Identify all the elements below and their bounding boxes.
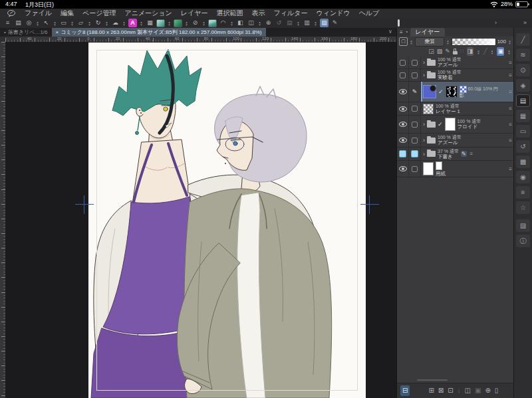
edit-state-cell[interactable] <box>409 148 421 160</box>
layer-row-layer1[interactable]: 100 % 通常 レイヤー 1 ≡ <box>397 102 514 116</box>
frame-border-icon[interactable]: ▭ <box>59 19 68 27</box>
blend-mode-select[interactable]: 乗算 <box>415 37 444 47</box>
spinner-chevrons[interactable] <box>87 21 92 26</box>
menu-filter[interactable]: フィルター <box>274 9 308 18</box>
opacity-slider[interactable] <box>452 38 496 46</box>
palette-menu-icon[interactable]: ≡ <box>400 29 403 35</box>
layers-icon[interactable]: ▤ <box>285 19 294 27</box>
spinner-chevrons[interactable] <box>53 21 57 26</box>
dock-navigator-icon[interactable]: ▭ <box>516 125 530 138</box>
row-menu-icon[interactable]: ≡ <box>509 122 512 128</box>
flip-icon[interactable]: ◧ <box>236 19 245 27</box>
new-layer-icon[interactable]: ⊞ <box>428 385 434 396</box>
new-window-icon[interactable]: ▤ <box>14 19 23 27</box>
spinner-chevrons[interactable] <box>476 49 481 54</box>
layer-thumbnail[interactable] <box>445 118 456 131</box>
spinner-chevrons[interactable] <box>489 49 494 54</box>
dock-history-icon[interactable]: ↺ <box>516 140 530 153</box>
material-bag-icon[interactable]: ▱ <box>76 19 85 27</box>
dock-magnifier-icon[interactable]: ⊙ <box>516 64 530 76</box>
layer-row-azure2-folder[interactable]: › 100 % 通常 アズール ≡ <box>397 134 514 148</box>
clip-to-layer-icon[interactable]: ◲ <box>428 47 434 56</box>
rotate-canvas-icon[interactable]: ↺ <box>275 19 283 27</box>
edit-state-cell[interactable]: ✎ <box>409 82 421 102</box>
expand-arrow-icon[interactable]: › <box>423 72 425 78</box>
cloud-icon[interactable]: ☁ <box>111 19 120 27</box>
menu-selection[interactable]: 選択範囲 <box>217 9 243 18</box>
merge-down-icon[interactable]: ▣ <box>475 385 481 396</box>
object-tool-icon[interactable]: ↖ <box>42 19 51 27</box>
lock-alpha-icon[interactable]: ▨ <box>437 47 443 56</box>
layer-search-icon[interactable]: ▥ <box>303 19 311 27</box>
canvas-collapse-chevron-icon[interactable]: ∨ <box>388 29 392 35</box>
document-tab-active[interactable]: × コミック8 (188.00 x 263.00mm 製本サイズ:B5判 182… <box>52 28 266 37</box>
duplicate-layer-icon[interactable]: ◫ <box>465 385 471 396</box>
delete-layer-icon[interactable]: ▯ <box>495 385 499 396</box>
edit-state-cell[interactable] <box>409 102 421 115</box>
visibility-toggle[interactable] <box>397 148 409 160</box>
clip-studio-logo-icon[interactable] <box>7 9 16 17</box>
new-tone-layer-icon[interactable]: ⊠ <box>438 385 444 396</box>
dock-color-set-icon[interactable]: ▩ <box>516 155 530 168</box>
spinner-chevrons[interactable] <box>201 21 206 26</box>
layer-row-draft-folder[interactable]: › 37 % 通常 下書き ✎ ≡ <box>397 148 514 161</box>
edit-state-cell[interactable] <box>409 161 421 177</box>
visibility-toggle[interactable] <box>397 69 409 81</box>
layer-color-icon[interactable]: ▢ <box>399 37 408 46</box>
layer-list-scrollbar[interactable] <box>417 379 448 381</box>
no-draw-icon[interactable]: ⊘ <box>191 19 200 27</box>
expand-arrow-icon[interactable]: › <box>423 137 425 144</box>
gradient-swatch-green[interactable] <box>174 19 182 27</box>
row-menu-icon[interactable]: ≡ <box>509 89 512 95</box>
panel-toggle-icon[interactable]: ▨ <box>320 19 329 27</box>
transfer-down-icon[interactable]: ↓ <box>458 385 461 396</box>
layer-row-shadow-tone-selected[interactable]: ✎ ✓ 60.0線 10% 円 影 ≡ <box>397 82 514 102</box>
toolbar-expand-icon[interactable]: » <box>523 19 527 26</box>
new-folder-icon[interactable]: ⊡ <box>448 385 453 396</box>
visibility-toggle[interactable] <box>397 56 409 68</box>
layer-row-floyd-folder[interactable]: › ✓ 100 % 通常 フロイド ≡ <box>397 116 514 134</box>
spinner-chevrons[interactable] <box>139 21 144 26</box>
image-swatch[interactable] <box>208 19 217 27</box>
dock-color-slider-icon[interactable]: ≡ <box>516 186 530 199</box>
visibility-toggle[interactable] <box>397 82 409 102</box>
spinner-chevrons[interactable] <box>167 21 172 26</box>
toolbar-scroll-handle[interactable] <box>398 19 400 27</box>
dock-subtool-icon[interactable]: ≋ <box>516 49 530 61</box>
layer-palette-tab[interactable]: レイヤー <box>410 28 446 37</box>
dock-layers-icon[interactable]: ▤ <box>516 94 530 107</box>
layer-mask-icon[interactable]: ◨ <box>467 47 474 56</box>
visibility-toggle[interactable] <box>397 134 409 147</box>
tone-mask-thumbnail[interactable] <box>423 85 436 98</box>
row-menu-icon[interactable]: ≡ <box>509 106 512 112</box>
pen-slope-icon[interactable]: ✎ <box>331 19 339 27</box>
visibility-toggle[interactable] <box>397 116 409 133</box>
more-dots-icon[interactable]: ∷ <box>460 47 464 56</box>
ruler-toggle-icon[interactable]: ╱ <box>483 47 487 56</box>
layer-row-azure-folder[interactable]: › 100 % 通常 アズール ≡ <box>397 56 514 69</box>
menu-view[interactable]: 表示 <box>252 9 265 18</box>
lasso-icon[interactable]: ◠ <box>219 19 227 27</box>
zoom-icon[interactable]: ⊕ <box>264 19 273 27</box>
dock-tone-icon[interactable]: ▨ <box>516 219 530 232</box>
page-manager-icon[interactable]: ◎ <box>25 19 33 27</box>
canvas-viewport[interactable]: 40 20 0 20 40 60 80 100 120 140 160 180 … <box>0 37 396 398</box>
lock-pen-icon[interactable]: ✎ <box>445 47 450 56</box>
spinner-chevrons[interactable] <box>313 21 318 26</box>
dock-tool-property-icon[interactable]: ◈ <box>516 79 530 92</box>
expand-arrow-icon[interactable]: › <box>423 151 425 157</box>
edit-state-cell[interactable] <box>409 134 421 147</box>
add-paste-icon[interactable]: ⊕ <box>485 385 490 396</box>
expand-arrow-icon[interactable]: › <box>423 121 425 128</box>
row-menu-icon[interactable]: ≡ <box>509 72 512 78</box>
visibility-toggle[interactable] <box>397 161 409 177</box>
dock-layer-property-icon[interactable]: ▦ <box>516 110 530 122</box>
layer-thumbnail[interactable] <box>423 104 434 114</box>
document-tab-inactive[interactable]: • 落書きリベ…1/6 <box>0 28 52 37</box>
spinner-chevrons[interactable] <box>296 21 301 26</box>
spinner-chevrons[interactable] <box>35 21 40 26</box>
expand-arrow-icon[interactable]: › <box>423 59 425 66</box>
edit-state-cell[interactable] <box>409 116 421 133</box>
rotate-icon[interactable]: ↻ <box>94 19 102 27</box>
dock-pen-icon[interactable]: ╱ <box>516 33 530 46</box>
